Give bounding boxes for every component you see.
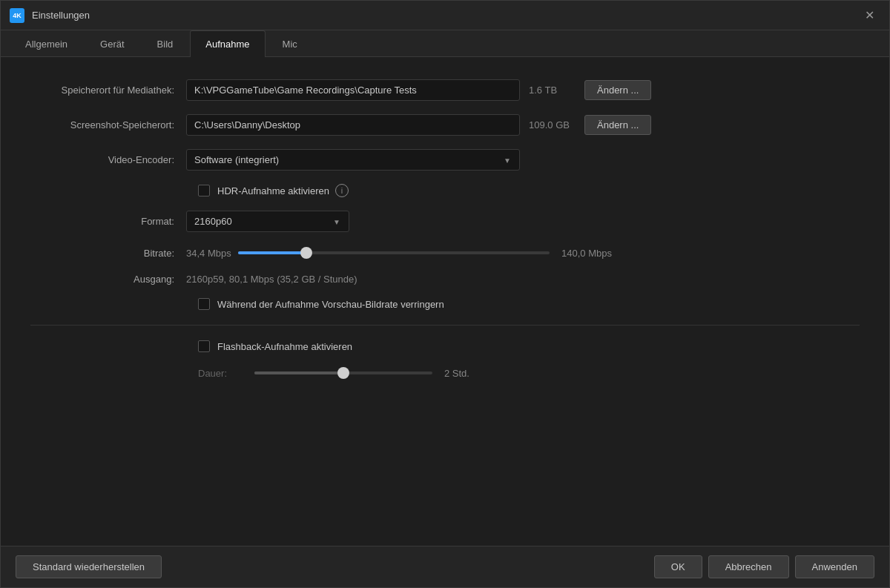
ausgang-value: 2160p59, 80,1 Mbps (35,2 GB / Stunde) [186, 274, 357, 285]
video-encoder-select[interactable]: Software (integriert) [186, 149, 520, 171]
hdr-row: HDR-Aufnahme aktivieren i [30, 184, 860, 197]
flashback-row: Flashback-Aufnahme aktivieren [30, 340, 860, 352]
content-area: Speicherort für Mediathek: 1.6 TB Ändern… [1, 57, 889, 546]
flashback-label: Flashback-Aufnahme aktivieren [217, 341, 352, 352]
bitrate-slider-fill [238, 251, 306, 254]
bitrate-max-value: 140,0 Mbps [561, 248, 621, 259]
vorschau-checkbox[interactable] [198, 298, 210, 310]
bitrate-slider-thumb[interactable] [300, 247, 312, 259]
format-select[interactable]: 2160p60 [186, 211, 349, 232]
anwenden-button[interactable]: Anwenden [795, 555, 874, 578]
format-select-wrapper: 2160p60 [186, 211, 349, 232]
dauer-max-value: 2 Std. [444, 368, 469, 379]
tab-mic[interactable]: Mic [267, 30, 313, 57]
flashback-section: Flashback-Aufnahme aktivieren Dauer: 2 S… [30, 340, 860, 380]
vorschau-label: Während der Aufnahme Vorschau-Bildrate v… [217, 299, 444, 310]
vorschau-row: Während der Aufnahme Vorschau-Bildrate v… [30, 298, 860, 310]
section-divider [30, 325, 860, 326]
video-encoder-label: Video-Encoder: [30, 154, 186, 165]
bitrate-label: Bitrate: [30, 248, 186, 259]
hdr-info-icon[interactable]: i [335, 184, 349, 197]
speicherort-aendern-button[interactable]: Ändern ... [584, 80, 651, 100]
speicherort-input[interactable] [186, 79, 520, 101]
standard-wiederherstellen-button[interactable]: Standard wiederherstellen [16, 555, 162, 578]
dauer-slider-track [254, 371, 432, 374]
tab-bild[interactable]: Bild [142, 30, 189, 57]
app-logo: 4K [10, 8, 24, 23]
ok-button[interactable]: OK [654, 555, 702, 578]
settings-dialog: 4K Einstellungen ✕ Allgemein Gerät Bild … [0, 0, 890, 588]
hdr-label: HDR-Aufnahme aktivieren [217, 185, 329, 196]
dauer-slider-container [254, 366, 432, 380]
tab-aufnahme[interactable]: Aufnahme [190, 30, 265, 57]
footer-right: OK Abbrechen Anwenden [654, 555, 874, 578]
format-label: Format: [30, 216, 186, 227]
ausgang-label: Ausgang: [30, 274, 186, 285]
bitrate-slider-container [238, 245, 550, 260]
screenshot-row: Screenshot-Speicherort: 109.0 GB Ändern … [30, 114, 860, 136]
dialog-title: Einstellungen [32, 10, 859, 21]
tab-allgemein[interactable]: Allgemein [10, 30, 83, 57]
footer-left: Standard wiederherstellen [16, 555, 654, 578]
title-bar: 4K Einstellungen ✕ [1, 1, 889, 30]
tab-geraet[interactable]: Gerät [85, 30, 140, 57]
screenshot-aendern-button[interactable]: Ändern ... [584, 115, 651, 135]
bitrate-slider-track [238, 251, 550, 254]
video-encoder-row: Video-Encoder: Software (integriert) [30, 149, 860, 171]
flashback-checkbox[interactable] [198, 340, 210, 352]
bitrate-current-value: 34,4 Mbps [186, 248, 238, 259]
hdr-checkbox[interactable] [198, 185, 210, 196]
speicherort-label: Speicherort für Mediathek: [30, 85, 186, 96]
close-button[interactable]: ✕ [859, 5, 880, 25]
speicherort-row: Speicherort für Mediathek: 1.6 TB Ändern… [30, 79, 860, 101]
screenshot-input[interactable] [186, 114, 520, 136]
dauer-label: Dauer: [198, 368, 243, 379]
screenshot-label: Screenshot-Speicherort: [30, 119, 186, 131]
bitrate-row: Bitrate: 34,4 Mbps 140,0 Mbps [30, 245, 860, 260]
dauer-row: Dauer: 2 Std. [30, 366, 860, 380]
speicherort-size: 1.6 TB [529, 85, 577, 96]
tabs-bar: Allgemein Gerät Bild Aufnahme Mic [1, 30, 889, 57]
dauer-slider-thumb[interactable] [337, 367, 349, 379]
dauer-slider-fill [254, 371, 343, 374]
screenshot-size: 109.0 GB [529, 119, 577, 131]
format-row: Format: 2160p60 [30, 211, 860, 232]
abbrechen-button[interactable]: Abbrechen [708, 555, 789, 578]
ausgang-row: Ausgang: 2160p59, 80,1 Mbps (35,2 GB / S… [30, 274, 860, 285]
video-encoder-wrapper: Software (integriert) [186, 149, 520, 171]
footer: Standard wiederherstellen OK Abbrechen A… [1, 546, 889, 587]
